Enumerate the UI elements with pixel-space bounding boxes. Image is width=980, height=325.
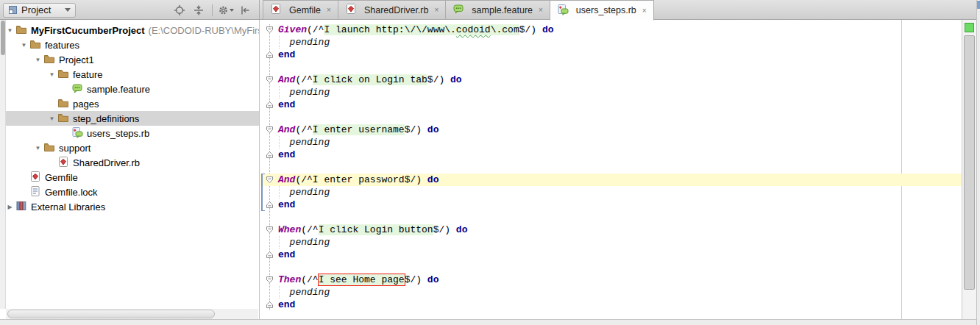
regex-open: (/^	[307, 24, 324, 35]
code-line-blank[interactable]	[260, 111, 962, 124]
code-area[interactable]: Given(/^I launch http:\/\/www\.codoid\.c…	[260, 24, 962, 319]
folder-icon	[15, 24, 31, 38]
tree-item-SharedDriver.rb[interactable]: SharedDriver.rb	[0, 155, 259, 170]
code-line-end[interactable]: end	[260, 299, 962, 311]
expand-arrow-icon[interactable]: ▼	[4, 27, 15, 34]
expand-arrow-icon[interactable]: ▶	[4, 204, 15, 210]
tree-item-feature[interactable]: ▼feature	[0, 67, 259, 82]
code-line-blank[interactable]	[260, 211, 962, 224]
code-line-blank[interactable]	[260, 61, 962, 74]
folder-icon	[57, 112, 73, 126]
code-line-end[interactable]: end	[260, 49, 962, 61]
code-line-end[interactable]: end	[260, 149, 962, 161]
window-right-edge	[976, 0, 980, 325]
steps-icon	[557, 4, 572, 18]
tab-sample.feature[interactable]: sample.feature×	[445, 0, 550, 20]
expand-arrow-icon[interactable]: ▼	[18, 42, 29, 49]
code-line-pending[interactable]: pending	[260, 236, 962, 249]
toolbar-separator	[212, 4, 213, 16]
scrollbar-thumb[interactable]	[1, 21, 5, 55]
pending-call: pending	[278, 137, 330, 148]
code-line-step-definition[interactable]: And(/^I click on Login tab$/) do	[260, 74, 962, 86]
close-icon[interactable]: ×	[642, 7, 647, 15]
tab-label: sample.feature	[472, 5, 533, 15]
step-text: I enter password	[313, 174, 405, 185]
code-line-step-definition[interactable]: When(/^I click Login button$/) do	[260, 224, 962, 236]
regex-close: $/)	[433, 224, 450, 235]
tree-item-Project1[interactable]: ▼Project1	[0, 52, 259, 67]
tree-item-features[interactable]: ▼features	[0, 38, 259, 52]
tree-item-label: Project1	[59, 54, 94, 65]
ruby-icon	[345, 3, 361, 17]
tree-item-label: pages	[73, 99, 99, 110]
code-line-step-definition[interactable]: And(/^I enter username$/) do	[260, 124, 962, 136]
code-line-end[interactable]: end	[260, 249, 962, 261]
code-line-pending[interactable]: pending	[260, 186, 962, 199]
step-keyword: And	[278, 124, 295, 135]
expand-arrow-icon[interactable]: ▼	[32, 145, 43, 151]
tab-SharedDriver.rb[interactable]: SharedDriver.rb×	[338, 0, 446, 20]
collapse-all-icon[interactable]	[191, 3, 207, 18]
tree-item-Gemfile[interactable]: Gemfile	[0, 170, 259, 185]
code-editor[interactable]: Given(/^I launch http:\/\/www\.codoid\.c…	[260, 20, 962, 319]
code-line-step-definition[interactable]: Then(/^I see Home page$/) do	[260, 274, 962, 286]
step-text: codoid	[456, 24, 491, 35]
expand-arrow-icon[interactable]: ▼	[32, 57, 43, 63]
tree-item-label: Gemfile.lock	[45, 187, 98, 198]
regex-open: (/^	[301, 224, 318, 235]
end-keyword: end	[278, 299, 295, 310]
expand-arrow-icon[interactable]: ▼	[46, 71, 57, 78]
scrollbar-thumb[interactable]	[964, 35, 975, 290]
tree-item-External Libraries[interactable]: ▶External Libraries	[0, 199, 259, 214]
code-line-blank[interactable]	[260, 261, 962, 274]
regex-open: (/^	[301, 274, 318, 285]
scrollbar-thumb[interactable]	[7, 310, 215, 318]
do-keyword: do	[450, 224, 467, 235]
tree-item-Gemfile.lock[interactable]: Gemfile.lock	[0, 185, 259, 199]
editor-scrollbar-stripe[interactable]	[962, 20, 976, 319]
close-icon[interactable]: ×	[327, 6, 331, 14]
tree-horizontal-scrollbar[interactable]	[6, 309, 258, 319]
tree-item-step_definitions[interactable]: ▼step_definitions	[0, 111, 259, 126]
code-line-step-definition[interactable]: Given(/^I launch http:\/\/www\.codoid\.c…	[260, 24, 962, 36]
step-text: I click Login button	[319, 224, 433, 235]
settings-gear-icon[interactable]	[218, 3, 234, 18]
code-line-pending[interactable]: pending	[260, 36, 962, 49]
step-text: I enter username	[313, 124, 405, 135]
project-tree-panel[interactable]: ▼MyFirstCucumberProject (E:\CODOID-RUBY\…	[0, 20, 260, 319]
tree-item-label: features	[45, 40, 79, 51]
pending-call: pending	[278, 37, 330, 48]
do-keyword: do	[422, 274, 438, 285]
inspection-status-indicator[interactable]	[965, 23, 974, 32]
locate-icon[interactable]	[171, 3, 188, 18]
code-line-step-definition[interactable]: And(/^I enter password$/) do	[260, 174, 962, 186]
indent-guide	[279, 186, 280, 199]
project-view-label: Project	[21, 4, 51, 15]
code-line-pending[interactable]: pending	[260, 136, 962, 149]
tree-vertical-scrollbar[interactable]	[0, 20, 6, 309]
do-keyword: do	[444, 74, 461, 85]
ruby-icon	[29, 171, 45, 185]
tab-users_steps.rb[interactable]: users_steps.rb×	[550, 0, 654, 21]
tree-item-support[interactable]: ▼support	[0, 140, 259, 155]
close-icon[interactable]: ×	[434, 6, 438, 14]
code-line-blank[interactable]	[260, 311, 962, 319]
tree-item-sample.feature[interactable]: sample.feature	[0, 82, 259, 96]
code-line-blank[interactable]	[260, 161, 962, 174]
close-icon[interactable]: ×	[539, 6, 543, 14]
tab-Gemfile[interactable]: Gemfile×	[263, 0, 338, 20]
expand-arrow-icon[interactable]: ▼	[46, 115, 57, 122]
pending-call: pending	[278, 87, 330, 98]
code-line-pending[interactable]: pending	[260, 86, 962, 99]
tree-item-MyFirstCucumberProject[interactable]: ▼MyFirstCucumberProject (E:\CODOID-RUBY\…	[0, 23, 259, 38]
code-line-pending[interactable]: pending	[260, 286, 962, 299]
step-text: I launch http:\/\/www\.	[324, 24, 455, 35]
project-panel-header: Project	[0, 0, 260, 20]
library-icon	[15, 200, 31, 214]
code-line-end[interactable]: end	[260, 199, 962, 211]
hide-panel-icon[interactable]	[237, 3, 253, 18]
tree-item-users_steps.rb[interactable]: users_steps.rb	[0, 126, 259, 140]
project-view-selector[interactable]: Project	[3, 3, 76, 18]
tree-item-pages[interactable]: pages	[0, 96, 259, 111]
code-line-end[interactable]: end	[260, 99, 962, 111]
